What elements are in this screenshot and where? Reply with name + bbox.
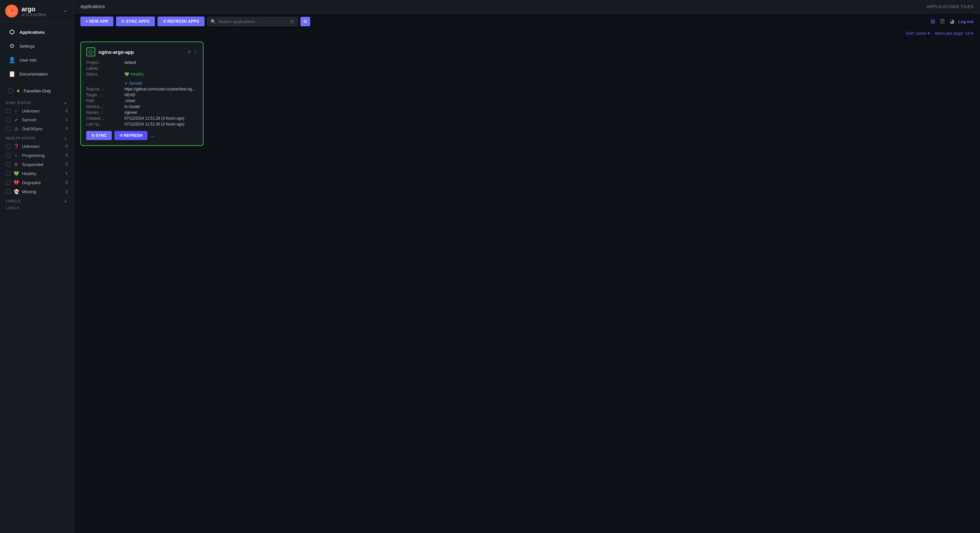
card-info: Project: default Labels: Status: 💚 Healt… — [86, 60, 198, 126]
items-per-page-label: Items per page: 10 — [935, 31, 970, 36]
applications-label: Applications — [19, 30, 45, 35]
sync-filter-out-of-sync[interactable]: ⚠ OutOfSync 0 — [0, 124, 73, 133]
card-logo-icon: ◇ — [89, 48, 93, 56]
health-badge-text: Healthy — [130, 72, 144, 77]
created-label: Created...: — [86, 116, 122, 121]
list-view-button[interactable]: ☰ — [939, 16, 946, 26]
toolbar-sort: ⊞ ☰ ◕ Log out — [929, 16, 974, 26]
health-filter-degraded[interactable]: 💔 Degraded 0 — [0, 178, 73, 187]
card-sync-button[interactable]: ↻ SYNC — [86, 131, 112, 140]
sync-filter-synced[interactable]: ✔ Synced 1 — [0, 115, 73, 124]
action-bar: + NEW APP ↻ SYNC APPS ↺ REFRESH APPS 🔍 /… — [74, 13, 980, 29]
health-status-collapse-icon[interactable]: ▲ — [64, 136, 68, 140]
health-filter-unknown[interactable]: ❓ Unknown 0 — [0, 142, 73, 151]
health-suspended-icon: ⏸ — [14, 162, 19, 167]
health-progressing-checkbox[interactable] — [6, 153, 10, 158]
main-content: Applications APPLICATIONS TILES + NEW AP… — [74, 0, 980, 533]
star-icon[interactable]: ☆ — [194, 49, 198, 54]
health-healthy-count: 1 — [65, 171, 68, 176]
back-button[interactable]: ← — [62, 8, 68, 14]
health-filter-suspended[interactable]: ⏸ Suspended 0 — [0, 160, 73, 169]
repo-value: https://github.com/code-crusher/test-ng.… — [124, 87, 196, 91]
search-bar: 🔍 / — [207, 17, 298, 26]
health-filter-healthy[interactable]: 💚 Healthy 1 — [0, 169, 73, 178]
sort-row: Sort: name ▾ Items per page: 10 ▾ — [74, 29, 980, 38]
target-label: Target ...: — [86, 93, 122, 97]
documentation-label: Documentation — [19, 72, 48, 77]
health-filter-progressing[interactable]: ○ Progressing 0 — [0, 151, 73, 160]
health-missing-icon: 👻 — [14, 189, 19, 194]
new-app-button[interactable]: + NEW APP — [80, 16, 113, 26]
health-suspended-checkbox[interactable] — [6, 162, 10, 167]
sync-unknown-label: Unknown — [22, 109, 40, 113]
project-value: default — [124, 60, 198, 65]
sidebar-item-documentation[interactable]: 📋 Documentation — [3, 67, 71, 81]
sync-status-collapse-icon[interactable]: ▲ — [64, 101, 68, 105]
search-input[interactable] — [218, 19, 288, 24]
argo-logo: 🐙 — [5, 5, 18, 18]
sort-label: Sort: name — [906, 31, 926, 36]
sync-oos-checkbox[interactable] — [6, 126, 10, 131]
health-suspended-count: 0 — [65, 162, 68, 167]
health-unknown-checkbox[interactable] — [6, 144, 10, 148]
sync-apps-button[interactable]: ↻ SYNC APPS — [116, 16, 155, 26]
status-label: Status: — [86, 72, 122, 86]
health-degraded-icon: 💔 — [14, 180, 19, 185]
logout-button[interactable]: Log out — [958, 19, 974, 24]
chart-view-button[interactable]: ◕ — [948, 16, 956, 26]
destination-value: in-cluster — [124, 104, 198, 109]
sort-control[interactable]: Sort: name ▾ — [906, 31, 930, 36]
refresh-apps-button[interactable]: ↺ REFRESH APPS — [158, 16, 205, 26]
grid-view-button[interactable]: ⊞ — [929, 16, 937, 26]
topbar-page-title: Applications — [80, 4, 105, 9]
health-unknown-icon: ❓ — [14, 144, 19, 149]
sync-status-section: SYNC STATUS ▲ — [0, 98, 73, 106]
health-missing-checkbox[interactable] — [6, 189, 10, 194]
card-refresh-button[interactable]: ↺ REFRESH — [115, 131, 148, 140]
apps-tiles-label: APPLICATIONS TILES — [926, 4, 974, 9]
labels-value — [124, 66, 198, 71]
topbar-right: APPLICATIONS TILES — [926, 4, 974, 9]
topbar: Applications APPLICATIONS TILES — [74, 0, 980, 13]
health-healthy-checkbox[interactable] — [6, 171, 10, 176]
namespace-label: Names...: — [86, 110, 122, 115]
external-link-icon[interactable]: ↗ — [187, 49, 191, 54]
sync-filter-unknown[interactable]: ○ Unknown 0 — [0, 106, 73, 115]
health-suspended-label: Suspended — [22, 162, 43, 167]
sidebar-item-applications[interactable]: ⬡ Applications — [3, 25, 71, 39]
favorites-checkbox[interactable] — [8, 88, 13, 93]
health-missing-count: 0 — [65, 189, 68, 194]
labels-collapse-icon[interactable]: ▲ — [64, 199, 68, 203]
sync-synced-checkbox[interactable] — [6, 118, 10, 122]
settings-icon: ⚙ — [8, 43, 16, 49]
namespace-value: nginxer — [124, 110, 198, 115]
status-value: 💚 Healthy ✔ Synced — [124, 72, 198, 86]
brand-version: v2.11.4+e1284e1 — [21, 13, 47, 16]
path-value: ./chart — [124, 99, 198, 103]
labels-subtitle: LABELS — [0, 204, 73, 211]
sidebar-nav: ⬡ Applications ⚙ Settings 👤 User Info 📋 … — [0, 22, 73, 84]
filter-button[interactable]: ≡ — [301, 17, 310, 26]
health-filter-missing[interactable]: 👻 Missing 0 — [0, 187, 73, 196]
sync-badge-text: Synced — [129, 81, 142, 86]
items-per-page-control[interactable]: Items per page: 10 ▾ — [935, 31, 974, 36]
sidebar-item-settings[interactable]: ⚙ Settings — [3, 39, 71, 53]
health-degraded-checkbox[interactable] — [6, 180, 10, 185]
labels-label: Labels: — [86, 66, 122, 71]
health-status-section: HEALTH STATUS ▲ — [0, 133, 73, 142]
health-badge-icon: 💚 — [124, 72, 129, 77]
sidebar-item-user-info[interactable]: 👤 User Info — [3, 53, 71, 67]
card-actions: ↗ ☆ — [187, 49, 198, 54]
sync-unknown-checkbox[interactable] — [6, 109, 10, 113]
sync-unknown-count: 0 — [65, 109, 68, 113]
sync-oos-icon: ⚠ — [14, 126, 19, 131]
app-card-nginx: ◇ nginx-argo-app ↗ ☆ Project: default La… — [80, 41, 204, 146]
last-sync-label: Last Sy...: — [86, 122, 122, 126]
favorites-filter[interactable]: ★ Favorites Only — [3, 85, 71, 97]
applications-icon: ⬡ — [8, 29, 16, 36]
health-missing-label: Missing — [22, 189, 36, 194]
sync-unknown-icon: ○ — [14, 108, 19, 113]
project-label: Project: — [86, 60, 122, 65]
sync-synced-label: Synced — [22, 117, 36, 122]
card-more-button[interactable]: ... — [150, 132, 154, 139]
